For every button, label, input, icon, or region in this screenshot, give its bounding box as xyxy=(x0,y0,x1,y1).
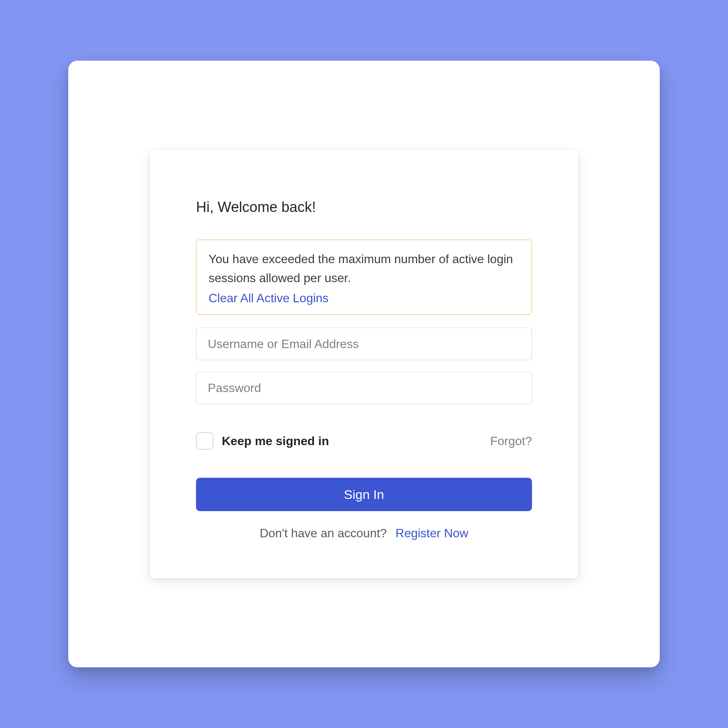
register-link[interactable]: Register Now xyxy=(395,526,468,540)
register-row: Don't have an account? Register Now xyxy=(196,526,532,540)
options-row: Keep me signed in Forgot? xyxy=(196,432,532,450)
remember-label[interactable]: Keep me signed in xyxy=(222,434,329,448)
outer-card: Hi, Welcome back! You have exceeded the … xyxy=(68,61,660,667)
password-input[interactable] xyxy=(196,372,532,404)
remember-wrap: Keep me signed in xyxy=(196,432,329,450)
page-title: Hi, Welcome back! xyxy=(196,199,532,215)
signin-button[interactable]: Sign In xyxy=(196,478,532,511)
username-input[interactable] xyxy=(196,328,532,360)
alert-message: You have exceeded the maximum number of … xyxy=(209,250,519,287)
register-prompt: Don't have an account? xyxy=(260,526,387,540)
login-card: Hi, Welcome back! You have exceeded the … xyxy=(150,150,578,578)
remember-checkbox[interactable] xyxy=(196,432,213,450)
session-limit-alert: You have exceeded the maximum number of … xyxy=(196,240,532,315)
forgot-link[interactable]: Forgot? xyxy=(490,434,532,448)
clear-logins-link[interactable]: Clear All Active Logins xyxy=(209,291,329,305)
